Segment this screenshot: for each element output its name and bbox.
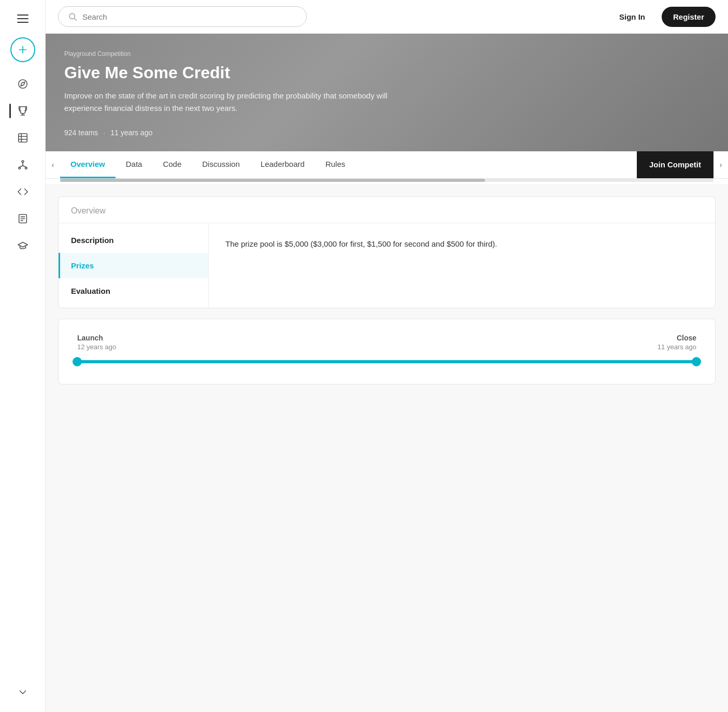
sidebar-item-learn[interactable] (11, 234, 34, 257)
timeline-close-title: Close (658, 334, 696, 342)
tab-scroll-left-button[interactable]: ‹ (46, 151, 60, 178)
compass-icon (17, 78, 28, 90)
timeline-close-time: 11 years ago (658, 343, 696, 351)
overview-nav-prizes[interactable]: Prizes (59, 253, 208, 278)
timeline-launch-title: Launch (77, 334, 116, 342)
code-icon (17, 186, 28, 197)
graduation-icon (17, 240, 28, 251)
overview-nav-evaluation[interactable]: Evaluation (59, 278, 208, 304)
top-navigation: Sign In Register (46, 0, 728, 34)
timeline-dot-start (73, 357, 82, 366)
hamburger-menu-button[interactable] (12, 8, 33, 29)
search-bar[interactable] (58, 6, 307, 27)
svg-rect-4 (18, 134, 27, 143)
timeline-track (77, 360, 696, 363)
overview-card: Overview Description Prizes Evaluation T… (58, 196, 716, 308)
tab-scrollbar[interactable] (60, 179, 713, 182)
hero-banner: Playground Competition Give Me Some Cred… (46, 34, 728, 151)
sidebar-more-button[interactable] (11, 681, 34, 704)
signin-button[interactable]: Sign In (611, 8, 653, 25)
join-competition-button[interactable]: Join Competit (637, 151, 713, 178)
svg-line-13 (23, 166, 26, 167)
overview-body: Description Prizes Evaluation The prize … (59, 223, 715, 308)
sidebar-item-datasets[interactable] (11, 126, 34, 149)
hamburger-line (17, 18, 28, 19)
tabs-container: Overview Data Code Discussion Leaderboar… (60, 151, 637, 178)
time-ago: 11 years ago (110, 129, 152, 137)
main-content: Sign In Register Playground Competition … (46, 0, 728, 712)
tab-bar: ‹ Overview Data Code Discussion Leaderbo… (46, 151, 728, 179)
content-area: Overview Description Prizes Evaluation T… (46, 184, 728, 712)
svg-marker-3 (21, 82, 25, 86)
plus-icon (17, 44, 28, 55)
sidebar-item-models[interactable] (11, 153, 34, 176)
sidebar-item-explore[interactable] (11, 73, 34, 95)
search-input[interactable] (82, 12, 297, 21)
tab-scrollbar-thumb (60, 179, 485, 182)
hamburger-line (17, 22, 28, 23)
hero-meta: 924 teams · 11 years ago (64, 129, 709, 137)
chevron-down-icon (17, 687, 28, 698)
competition-title: Give Me Some Credit (64, 63, 709, 82)
hamburger-line (17, 15, 28, 16)
sidebar-item-competitions[interactable] (11, 99, 34, 122)
timeline-dot-end (692, 357, 701, 366)
timeline-labels: Launch 12 years ago Close 11 years ago (77, 334, 696, 351)
tab-overview[interactable]: Overview (60, 151, 116, 178)
svg-line-19 (74, 18, 76, 20)
overview-card-header: Overview (59, 197, 715, 223)
create-button[interactable] (10, 37, 35, 62)
register-button[interactable]: Register (662, 7, 716, 27)
sidebar (0, 0, 46, 712)
document-icon (17, 213, 28, 224)
tab-code[interactable]: Code (152, 151, 192, 178)
tab-rules[interactable]: Rules (315, 151, 355, 178)
overview-content-prizes: The prize pool is $5,000 ($3,000 for fir… (209, 223, 715, 308)
timeline-card: Launch 12 years ago Close 11 years ago (58, 319, 716, 385)
search-icon (68, 12, 77, 21)
tab-scroll-right-button[interactable]: › (713, 151, 728, 178)
tab-leaderboard[interactable]: Leaderboard (250, 151, 315, 178)
tab-discussion[interactable]: Discussion (192, 151, 250, 178)
team-count: 924 teams (64, 129, 98, 137)
tab-scroll-track: Overview Data Code Discussion Leaderboar… (60, 151, 637, 178)
hierarchy-icon (17, 159, 28, 170)
trophy-icon (17, 105, 28, 117)
table-icon (17, 132, 28, 144)
timeline-launch: Launch 12 years ago (77, 334, 116, 351)
svg-line-12 (19, 166, 22, 167)
timeline-close: Close 11 years ago (658, 334, 696, 351)
svg-point-2 (18, 80, 27, 89)
tab-data[interactable]: Data (116, 151, 153, 178)
overview-nav: Description Prizes Evaluation (59, 223, 209, 308)
sidebar-item-code[interactable] (11, 180, 34, 203)
overview-nav-description[interactable]: Description (59, 227, 208, 253)
separator: · (103, 129, 105, 137)
competition-description: Improve on the state of the art in credi… (64, 90, 417, 114)
timeline-launch-time: 12 years ago (77, 343, 116, 351)
hero-eyebrow: Playground Competition (64, 50, 709, 58)
sidebar-item-discussions[interactable] (11, 207, 34, 230)
